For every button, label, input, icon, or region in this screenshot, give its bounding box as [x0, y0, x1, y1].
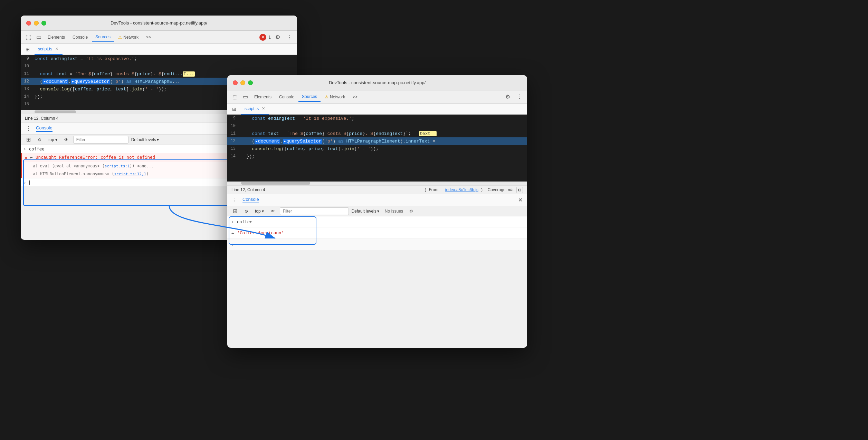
- source-link-2[interactable]: index.a8c1ec6b.js: [445, 187, 478, 192]
- console-header-2: ⋮ Console ✕: [227, 194, 527, 206]
- window-title-2: DevTools - consistent-source-map-pc.netl…: [233, 80, 522, 85]
- eye-btn-1[interactable]: 👁: [62, 137, 70, 143]
- console-more-icon-1[interactable]: ⋮: [23, 124, 33, 134]
- no-issues-badge: No Issues: [385, 209, 403, 214]
- inspect-icon-2[interactable]: ⬚: [230, 92, 240, 102]
- code-line-11b: 11 const text = `The ${coffee} costs ${p…: [227, 130, 527, 137]
- error-badge-1: ✕: [259, 34, 266, 41]
- window-title-1: DevTools - consistent-source-map-pc.netl…: [26, 20, 292, 26]
- return-icon: ←: [231, 230, 234, 236]
- code-line-13b: 13 console.log([coffee, price, text].joi…: [227, 145, 527, 153]
- traffic-lights-1: [26, 21, 46, 26]
- console-label-1[interactable]: Console: [36, 125, 53, 132]
- issues-settings-btn[interactable]: ⚙: [407, 208, 415, 214]
- status-bar-2: Line 12, Column 4 (From index.a8c1ec6b.j…: [227, 185, 527, 194]
- console-entry-return[interactable]: ← 'Coffee Americano': [227, 227, 527, 239]
- maximize-button-2[interactable]: [248, 80, 253, 85]
- settings-icon-1[interactable]: ⚙: [273, 32, 283, 42]
- tab-elements-1[interactable]: Elements: [44, 32, 68, 42]
- console-input-line-2: ›: [227, 239, 527, 250]
- error-link-1[interactable]: script.ts:1: [105, 164, 130, 168]
- file-tab-1[interactable]: script.ts ✕: [35, 44, 63, 55]
- default-levels-2[interactable]: Default levels ▾: [352, 209, 379, 214]
- more-icon-2[interactable]: ⋮: [515, 92, 524, 102]
- devtools-toolbar-1: ⬚ ▭ Elements Console Sources ⚠ Network >…: [21, 31, 297, 44]
- inspect-icon[interactable]: ⬚: [23, 32, 33, 42]
- console-more-icon-2[interactable]: ⋮: [230, 195, 240, 205]
- tab-network-1[interactable]: ⚠ Network: [115, 32, 142, 42]
- code-line-10: 10: [21, 62, 297, 70]
- context-btn-1[interactable]: top ▾: [46, 137, 59, 143]
- code-line-10b: 10: [227, 122, 527, 130]
- devtools-toolbar-2: ⬚ ▭ Elements Console Sources ⚠ Network >…: [227, 90, 527, 104]
- sidebar-icon-c2[interactable]: ⊞: [230, 206, 240, 216]
- code-line-9: 9 const endingText = 'It is expensive.';: [21, 55, 297, 62]
- title-bar-1: DevTools - consistent-source-map-pc.netl…: [21, 16, 297, 31]
- file-tab-close-1[interactable]: ✕: [54, 47, 59, 51]
- close-button-1[interactable]: [26, 21, 31, 26]
- console-entries-2: › coffee ← 'Coffee Americano': [227, 216, 527, 239]
- console-entries-wrapper: › coffee ← 'Coffee Americano': [227, 216, 527, 239]
- title-bar-2: DevTools - consistent-source-map-pc.netl…: [227, 75, 527, 90]
- entry-text-coffee-1: coffee: [29, 146, 45, 151]
- tab-console-1[interactable]: Console: [69, 32, 91, 42]
- close-button-2[interactable]: [233, 80, 238, 85]
- minimize-button-2[interactable]: [240, 80, 245, 85]
- tab-network-2[interactable]: ⚠ Network: [321, 92, 349, 102]
- entry-text-coffee-2: coffee: [237, 219, 252, 224]
- file-tab-2[interactable]: script.ts ✕: [241, 104, 269, 115]
- tab-elements-2[interactable]: Elements: [251, 92, 275, 102]
- device-icon[interactable]: ▭: [34, 32, 44, 42]
- entry-text-return: 'Coffee Americano': [237, 230, 284, 235]
- tab-more-2[interactable]: >>: [349, 92, 361, 102]
- tab-console-2[interactable]: Console: [276, 92, 298, 102]
- toolbar-right-2: ⚙ ⋮: [503, 92, 524, 102]
- sidebar-toggle-2[interactable]: ⊞: [230, 105, 238, 113]
- console-toolbar-2: ⊞ ⊘ top ▾ 👁 Default levels ▾ No Issues ⚙: [227, 206, 527, 216]
- expand-icon-2[interactable]: ›: [231, 219, 234, 224]
- code-line-12b: 12 (▸document.▸querySelector('p') as HTM…: [227, 137, 527, 145]
- filter-input-2[interactable]: [280, 207, 349, 215]
- coverage-button[interactable]: ⊡: [516, 187, 523, 193]
- console-label-2[interactable]: Console: [242, 197, 259, 203]
- clear-btn-2[interactable]: ⊘: [242, 208, 250, 214]
- scrollbar-thumb-1: [35, 110, 76, 113]
- scrollbar-thumb-2: [241, 182, 310, 185]
- scrollbar-2[interactable]: [227, 182, 527, 185]
- minimize-button-1[interactable]: [34, 21, 39, 26]
- device-icon-2[interactable]: ▭: [240, 92, 250, 102]
- error-text-1: Uncaught ReferenceError: coffee is not d…: [36, 155, 155, 160]
- code-line-9b: 9 const endingText = 'It is expensive.';: [227, 115, 527, 122]
- error-link-2[interactable]: script.ts:12,1: [114, 172, 146, 176]
- clear-btn-1[interactable]: ⊘: [36, 137, 44, 143]
- code-editor-2[interactable]: 9 const endingText = 'It is expensive.';…: [227, 115, 527, 182]
- filter-input-1[interactable]: [73, 136, 128, 144]
- maximize-button-1[interactable]: [41, 21, 46, 26]
- more-icon-1[interactable]: ⋮: [285, 32, 294, 42]
- sidebar-toggle-1[interactable]: ⊞: [23, 45, 32, 53]
- devtools-window-2[interactable]: DevTools - consistent-source-map-pc.netl…: [227, 75, 527, 348]
- console-panel-2: ⋮ Console ✕ ⊞ ⊘ top ▾ 👁 Default levels ▾…: [227, 194, 527, 250]
- error-expand-1[interactable]: ►: [30, 155, 33, 160]
- code-line-14b: 14 });: [227, 153, 527, 160]
- context-btn-2[interactable]: top ▾: [253, 208, 266, 214]
- toolbar-right-1: ✕ 1 ⚙ ⋮: [259, 32, 294, 42]
- file-tab-bar-2: ⊞ script.ts ✕: [227, 104, 527, 115]
- default-levels-1[interactable]: Default levels ▾: [131, 137, 159, 142]
- tab-sources-1[interactable]: Sources: [92, 32, 114, 42]
- console-close-btn[interactable]: ✕: [516, 196, 524, 204]
- eye-btn-2[interactable]: 👁: [269, 208, 277, 214]
- file-tab-bar-1: ⊞ script.ts ✕: [21, 44, 297, 55]
- tab-sources-2[interactable]: Sources: [298, 92, 321, 102]
- settings-icon-2[interactable]: ⚙: [503, 92, 513, 102]
- file-tab-close-2[interactable]: ✕: [261, 106, 266, 111]
- expand-icon-1[interactable]: ›: [23, 146, 26, 151]
- traffic-lights-2: [233, 80, 253, 85]
- sidebar-icon-c1[interactable]: ⊞: [23, 135, 33, 145]
- error-icon-1: ✕: [25, 155, 27, 160]
- tab-more-1[interactable]: >>: [143, 32, 154, 42]
- console-entry-coffee-2[interactable]: › coffee: [227, 216, 527, 227]
